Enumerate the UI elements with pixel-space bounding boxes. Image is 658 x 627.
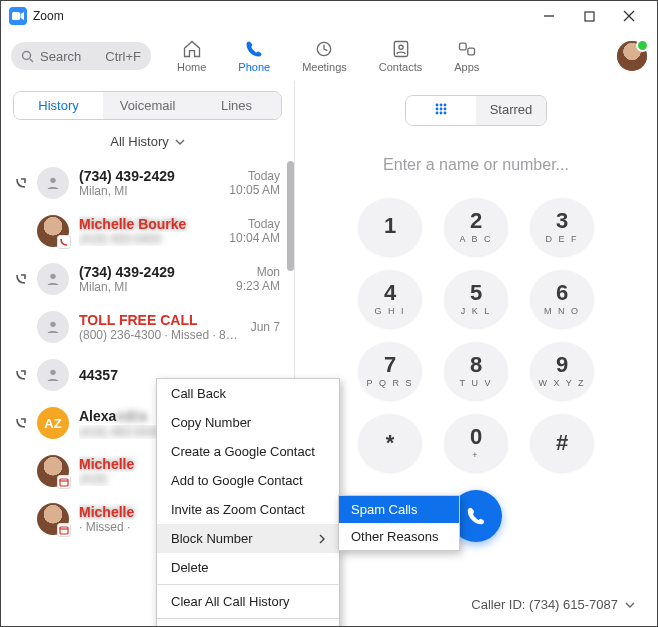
dialpad: 1 2A B C 3D E F 4G H I 5J K L 6M N O 7P … — [358, 198, 594, 472]
nav-tabs: Home Phone Meetings Contacts Apps — [177, 39, 479, 73]
menu-delete[interactable]: Delete — [157, 553, 339, 582]
close-button[interactable] — [609, 2, 649, 30]
key-6[interactable]: 6M N O — [530, 270, 594, 328]
caller-id-selector[interactable]: Caller ID: (734) 615-7087 — [471, 597, 635, 612]
maximize-button[interactable] — [569, 2, 609, 30]
key-3[interactable]: 3D E F — [530, 198, 594, 256]
call-date: Today — [229, 217, 280, 231]
tab-lines[interactable]: Lines — [192, 92, 281, 119]
number-input[interactable]: Enter a name or number... — [383, 156, 569, 174]
call-time: 9:23 AM — [236, 279, 280, 293]
svg-point-5 — [23, 51, 31, 59]
caller-avatar — [37, 455, 69, 487]
nav-home[interactable]: Home — [177, 39, 206, 73]
key-8[interactable]: 8T U V — [444, 342, 508, 400]
key-2[interactable]: 2A B C — [444, 198, 508, 256]
caller-avatar — [37, 215, 69, 247]
nav-apps[interactable]: Apps — [454, 39, 479, 73]
call-row[interactable]: (734) 439-2429 Milan, MI Today10:05 AM — [1, 159, 294, 207]
tab-voicemail[interactable]: Voicemail — [103, 92, 192, 119]
svg-point-21 — [440, 104, 443, 107]
chevron-right-icon — [319, 534, 325, 544]
call-row[interactable]: Michelle Bourke (419) 400-0400 Today10:0… — [1, 207, 294, 255]
key-9[interactable]: 9W X Y Z — [530, 342, 594, 400]
caller-avatar — [37, 263, 69, 295]
outgoing-call-icon — [15, 273, 27, 285]
nav-meetings-label: Meetings — [302, 61, 347, 73]
menu-clear-all[interactable]: Clear All Call History — [157, 587, 339, 616]
svg-rect-0 — [12, 12, 20, 20]
clock-icon — [313, 39, 335, 59]
key-7[interactable]: 7P Q R S — [358, 342, 422, 400]
submenu-other-reasons[interactable]: Other Reasons — [339, 523, 459, 550]
titlebar: Zoom — [1, 1, 657, 31]
window-title: Zoom — [33, 9, 64, 23]
menu-create-google-contact[interactable]: Create a Google Contact — [157, 437, 339, 466]
apps-icon — [456, 39, 478, 59]
svg-point-15 — [50, 370, 55, 375]
menu-copy-number[interactable]: Copy Number — [157, 408, 339, 437]
dialpad-tabs: Starred — [405, 95, 547, 126]
menu-add-google-contact[interactable]: Add to Google Contact — [157, 466, 339, 495]
menu-call-back[interactable]: Call Back — [157, 379, 339, 408]
caller-sub: Milan, MI — [79, 280, 226, 294]
svg-point-14 — [50, 322, 55, 327]
phone-icon — [243, 39, 265, 59]
svg-point-26 — [436, 112, 439, 115]
svg-point-25 — [444, 108, 447, 111]
key-5[interactable]: 5J K L — [444, 270, 508, 328]
nav-apps-label: Apps — [454, 61, 479, 73]
nav-meetings[interactable]: Meetings — [302, 39, 347, 73]
svg-point-27 — [440, 112, 443, 115]
svg-rect-10 — [459, 43, 466, 50]
call-row[interactable]: TOLL FREE CALL (800) 236-4300 · Missed ·… — [1, 303, 294, 351]
svg-point-23 — [436, 108, 439, 111]
svg-point-9 — [398, 45, 402, 49]
history-filter[interactable]: All History — [1, 134, 294, 149]
key-0[interactable]: 0+ — [444, 414, 508, 472]
nav-contacts[interactable]: Contacts — [379, 39, 422, 73]
caller-avatar — [37, 359, 69, 391]
toolbar: Search Ctrl+F Home Phone Meetings Contac… — [1, 31, 657, 81]
search-label: Search — [40, 49, 81, 64]
nav-home-label: Home — [177, 61, 206, 73]
svg-rect-16 — [60, 479, 68, 486]
key-4[interactable]: 4G H I — [358, 270, 422, 328]
svg-rect-11 — [468, 48, 475, 55]
key-star[interactable]: * — [358, 414, 422, 472]
caller-id-label: Caller ID: (734) 615-7087 — [471, 597, 618, 612]
menu-call-duration: Call Duration: 00:00 — [157, 621, 339, 627]
dialpad-tab[interactable] — [406, 96, 476, 125]
call-date: Today — [229, 169, 280, 183]
svg-point-13 — [50, 274, 55, 279]
calendar-badge-icon — [57, 475, 71, 489]
key-hash[interactable]: # — [530, 414, 594, 472]
call-time: 10:05 AM — [229, 183, 280, 197]
dialpad-icon — [434, 102, 448, 116]
tab-history[interactable]: History — [14, 92, 103, 119]
nav-phone[interactable]: Phone — [238, 39, 270, 73]
search-icon — [21, 50, 34, 63]
svg-point-12 — [50, 178, 55, 183]
minimize-button[interactable] — [529, 2, 569, 30]
menu-invite-zoom-contact[interactable]: Invite as Zoom Contact — [157, 495, 339, 524]
call-time: 10:04 AM — [229, 231, 280, 245]
starred-tab[interactable]: Starred — [476, 96, 546, 125]
caller-avatar: AZ — [37, 407, 69, 439]
svg-point-20 — [436, 104, 439, 107]
menu-block-number[interactable]: Block Number — [157, 524, 339, 553]
phone-tabs: History Voicemail Lines — [13, 91, 282, 120]
chevron-down-icon — [625, 602, 635, 608]
caller-name: TOLL FREE CALL — [79, 312, 241, 328]
caller-avatar — [37, 503, 69, 535]
user-avatar[interactable] — [617, 41, 647, 71]
submenu-spam-calls[interactable]: Spam Calls — [339, 496, 459, 523]
call-row[interactable]: (734) 439-2429 Milan, MI Mon9:23 AM — [1, 255, 294, 303]
svg-point-22 — [444, 104, 447, 107]
call-date: Jun 7 — [251, 320, 280, 334]
svg-line-6 — [30, 59, 33, 62]
search-input[interactable]: Search Ctrl+F — [11, 42, 151, 70]
caller-name: Michelle Bourke — [79, 216, 219, 232]
key-1[interactable]: 1 — [358, 198, 422, 256]
contacts-icon — [390, 39, 412, 59]
